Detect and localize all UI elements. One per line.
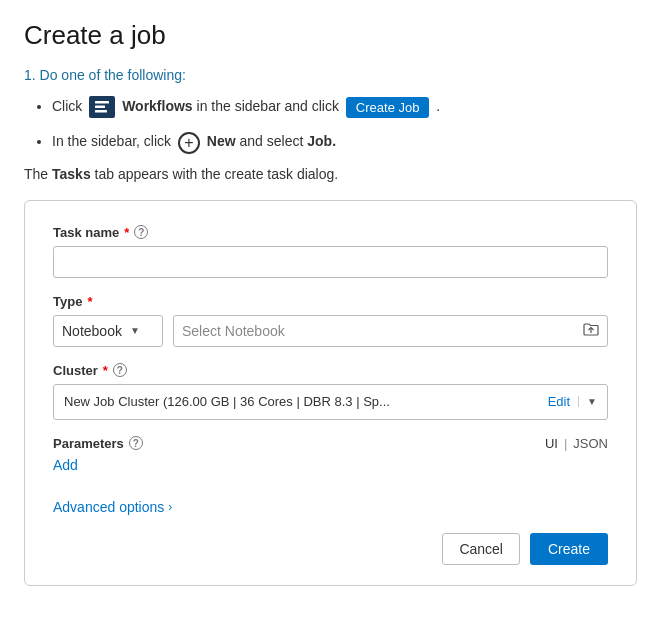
tasks-notice: The Tasks tab appears with the create ta… <box>24 166 637 182</box>
tasks-bold: Tasks <box>52 166 91 182</box>
task-name-input[interactable] <box>53 246 608 278</box>
task-name-group: Task name * ? <box>53 225 608 278</box>
svg-rect-0 <box>95 101 109 104</box>
ui-toggle[interactable]: UI <box>545 436 558 451</box>
dialog-footer: Cancel Create <box>53 533 608 565</box>
notebook-placeholder-text: Select Notebook <box>182 323 285 339</box>
type-group: Type * Notebook ▼ Select Notebook <box>53 294 608 347</box>
bullet2-pre: In the sidebar, click <box>52 133 171 149</box>
parameters-group: Parameters ? UI | JSON Add <box>53 436 608 483</box>
cancel-button[interactable]: Cancel <box>442 533 520 565</box>
new-icon: + <box>178 132 200 154</box>
create-task-dialog: Task name * ? Type * Notebook ▼ Select N… <box>24 200 637 586</box>
advanced-options-label: Advanced options <box>53 499 164 515</box>
cluster-required-star: * <box>103 363 108 378</box>
job-label: Job. <box>307 133 336 149</box>
cluster-label: Cluster * ? <box>53 363 608 378</box>
advanced-options-link[interactable]: Advanced options › <box>53 499 608 515</box>
parameters-header: Parameters ? UI | JSON <box>53 436 608 451</box>
notebook-select[interactable]: Select Notebook <box>173 315 608 347</box>
parameters-help-icon[interactable]: ? <box>129 436 143 450</box>
bullet1-mid: in the sidebar and click <box>197 98 343 114</box>
type-dropdown[interactable]: Notebook ▼ <box>53 315 163 347</box>
create-button[interactable]: Create <box>530 533 608 565</box>
bullet2-post: and select <box>240 133 308 149</box>
task-name-help-icon[interactable]: ? <box>134 225 148 239</box>
svg-rect-1 <box>95 106 105 109</box>
intro-step: 1. Do one of the following: <box>24 67 637 83</box>
type-selected-value: Notebook <box>62 323 122 339</box>
workflows-label: Workflows <box>122 98 193 114</box>
parameters-label-row: Parameters ? <box>53 436 143 451</box>
new-label: New <box>207 133 236 149</box>
cluster-chevron-icon[interactable]: ▼ <box>578 396 597 407</box>
type-row: Notebook ▼ Select Notebook <box>53 315 608 347</box>
cluster-row: New Job Cluster (126.00 GB | 36 Cores | … <box>53 384 608 420</box>
type-required-star: * <box>87 294 92 309</box>
svg-rect-2 <box>95 110 107 113</box>
workflows-icon <box>89 96 115 118</box>
advanced-options-chevron-icon: › <box>168 500 172 514</box>
toggle-separator: | <box>564 436 567 451</box>
json-toggle[interactable]: JSON <box>573 436 608 451</box>
cluster-value: New Job Cluster (126.00 GB | 36 Cores | … <box>64 394 390 409</box>
cluster-edit-link[interactable]: Edit <box>548 394 570 409</box>
required-star: * <box>124 225 129 240</box>
create-job-button[interactable]: Create Job <box>346 97 430 118</box>
type-chevron-icon: ▼ <box>130 325 140 336</box>
bullet1-pre: Click <box>52 98 82 114</box>
bullet-item-2: In the sidebar, click + New and select J… <box>52 130 637 153</box>
task-name-label: Task name * ? <box>53 225 608 240</box>
bullet-item-1: Click Workflows in the sidebar and click… <box>52 95 637 118</box>
bullet1-post: . <box>436 98 440 114</box>
cluster-help-icon[interactable]: ? <box>113 363 127 377</box>
notebook-folder-icon <box>583 322 599 339</box>
cluster-group: Cluster * ? New Job Cluster (126.00 GB |… <box>53 363 608 420</box>
parameters-label: Parameters ? <box>53 436 143 451</box>
page-title: Create a job <box>24 20 637 51</box>
add-parameter-link[interactable]: Add <box>53 457 78 473</box>
type-label: Type * <box>53 294 608 309</box>
ui-json-toggle: UI | JSON <box>545 436 608 451</box>
